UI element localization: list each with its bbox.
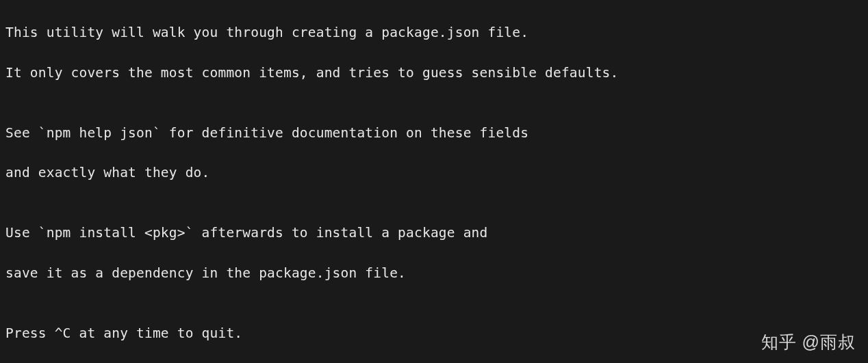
- intro-line: Press ^C at any time to quit.: [5, 323, 863, 343]
- intro-line: save it as a dependency in the package.j…: [5, 263, 863, 283]
- intro-line: See `npm help json` for definitive docum…: [5, 123, 863, 143]
- terminal-window[interactable]: This utility will walk you through creat…: [0, 0, 868, 363]
- intro-line: and exactly what they do.: [5, 163, 863, 183]
- watermark-text: 知乎 @雨叔: [761, 331, 856, 353]
- intro-line: It only covers the most common items, an…: [5, 63, 863, 83]
- intro-line: This utility will walk you through creat…: [5, 23, 863, 42]
- intro-line: Use `npm install <pkg>` afterwards to in…: [5, 223, 863, 243]
